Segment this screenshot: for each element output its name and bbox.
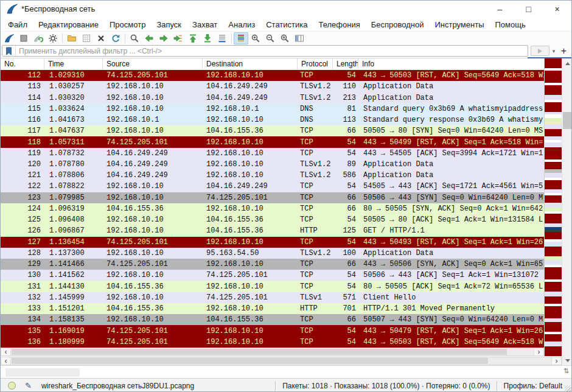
packet-row-132[interactable]: 1321.145999192.168.10.1074.125.205.101TL… (1, 292, 544, 303)
hscroll-thumb[interactable] (12, 349, 507, 355)
go-to-packet-button[interactable] (171, 32, 186, 44)
packet-row-120[interactable]: 1201.078780104.16.249.249192.168.10.10TL… (1, 159, 544, 170)
packet-cell-no: 133 (1, 304, 44, 313)
minimap-stripe (545, 346, 562, 356)
scroll-down-arrow[interactable] (562, 355, 572, 365)
menu-item-беспроводной[interactable]: Беспроводной (366, 19, 430, 30)
packet-cell-source: 104.16.155.36 (103, 205, 203, 213)
menu-item-запуск[interactable]: Запуск (151, 19, 187, 30)
resize-columns-button[interactable] (292, 32, 307, 44)
packet-row-131[interactable]: 1311.144130104.16.155.36192.168.10.10TCP… (1, 281, 544, 292)
column-header-source[interactable]: Source (103, 58, 203, 69)
filter-bookmark-button[interactable] (2, 46, 16, 56)
zoom-in-button[interactable] (248, 32, 263, 44)
horizontal-scrollbar-lower[interactable]: ‹ › (1, 357, 562, 365)
restart-capture-button[interactable] (31, 32, 46, 44)
packet-row-115[interactable]: 1151.033624192.168.10.10192.168.10.1DNS8… (1, 103, 544, 114)
packet-row-123[interactable]: 1231.079985192.168.10.1074.125.205.101TC… (1, 192, 544, 203)
vertical-scrollbar-thumb[interactable] (563, 112, 572, 129)
go-top-button[interactable] (186, 32, 200, 44)
go-bottom-button[interactable] (200, 32, 215, 44)
hscroll2-thumb[interactable] (12, 358, 488, 364)
packet-row-113[interactable]: 1131.030257192.168.10.10104.16.249.249TL… (1, 81, 544, 92)
menu-item-редактирование[interactable]: Редактирование (33, 19, 104, 30)
profile-label[interactable]: Профиль: Default (504, 382, 563, 390)
minimap-stripe (545, 95, 562, 100)
packet-row-129[interactable]: 1291.14146674.125.205.101192.168.10.10TC… (1, 259, 544, 270)
resize-grip[interactable] (565, 385, 571, 391)
menu-item-анализ[interactable]: Анализ (223, 19, 260, 30)
filter-dropdown-caret[interactable]: ▾ (549, 48, 558, 54)
packet-row-134[interactable]: 1341.158135192.168.10.10104.16.155.36TCP… (1, 314, 544, 325)
capture-comment-icon[interactable]: ✎ (25, 381, 32, 390)
horizontal-scrollbar-list[interactable]: ‹ › (1, 348, 544, 356)
close-button[interactable]: × (543, 1, 571, 18)
add-filter-button[interactable]: + (558, 46, 570, 57)
menu-item-просмотр[interactable]: Просмотр (104, 19, 151, 30)
column-header-no[interactable]: No. (1, 58, 44, 69)
menu-item-помощь[interactable]: Помощь (490, 19, 531, 30)
packet-row-136[interactable]: 1361.18099974.125.205.101192.168.10.10TC… (1, 337, 544, 348)
capture-options-button[interactable] (46, 32, 60, 44)
packet-cell-time: 1.078822 (44, 182, 103, 191)
column-header-protocol[interactable]: Protocol (298, 58, 333, 69)
column-header-time[interactable]: Time (44, 58, 103, 69)
colorize-button[interactable] (234, 32, 248, 44)
minimize-button[interactable]: – (486, 1, 514, 18)
packet-cell-time: 1.078732 (44, 149, 103, 158)
column-header-length[interactable]: Length (333, 58, 358, 69)
menu-item-захват[interactable]: Захват (187, 19, 223, 30)
column-header-destination[interactable]: Destination (203, 58, 298, 69)
apply-filter-button[interactable] (531, 46, 549, 56)
column-header-info[interactable]: Info (358, 58, 544, 69)
save-file-button[interactable] (79, 32, 94, 44)
auto-scroll-button[interactable] (215, 32, 229, 44)
packet-row-122[interactable]: 1221.078822192.168.10.10104.16.249.249TC… (1, 181, 544, 192)
menu-item-статистика[interactable]: Статистика (260, 19, 313, 30)
vertical-scrollbar[interactable] (562, 58, 572, 365)
packet-cell-info: 443 → 50503 [RST, ACK] Seq=5649 Ack=518 … (358, 338, 544, 346)
packet-row-121[interactable]: 1211.078806104.16.249.249192.168.10.10TL… (1, 170, 544, 181)
packet-cell-source: 192.168.10.10 (103, 215, 203, 224)
start-capture-button[interactable] (2, 32, 16, 44)
packet-row-130[interactable]: 1301.141562192.168.10.1074.125.205.101TC… (1, 270, 544, 281)
go-forward-button[interactable] (156, 32, 171, 44)
packet-row-125[interactable]: 1251.096408192.168.10.10104.16.155.36TCP… (1, 214, 544, 225)
close-file-button[interactable] (94, 32, 108, 44)
zoom-original-button[interactable] (277, 32, 292, 44)
collapsed-pane-handle[interactable] (5, 368, 80, 377)
hscroll-right-arrow[interactable]: › (534, 348, 543, 355)
packet-minimap-scrollbar[interactable] (544, 58, 562, 356)
packet-row-133[interactable]: 1331.151201104.16.155.36192.168.10.10HTT… (1, 303, 544, 314)
scroll-up-arrow[interactable] (562, 58, 572, 68)
packet-row-135[interactable]: 1351.16901974.125.205.101192.168.10.10TC… (1, 325, 544, 336)
hscroll2-right-arrow[interactable]: › (551, 357, 561, 365)
packet-cell-info: 80 → 50505 [SYN, ACK] Seq=0 Ack=1 Win=64… (358, 205, 544, 213)
packet-row-117[interactable]: 1171.047637192.168.10.10104.16.155.36TCP… (1, 125, 544, 136)
go-back-button[interactable] (142, 32, 156, 44)
reload-file-button[interactable] (108, 32, 123, 44)
zoom-out-button[interactable] (263, 32, 277, 44)
minimap-stripe (545, 247, 562, 256)
display-filter-input[interactable] (16, 47, 528, 55)
packet-row-119[interactable]: 1191.078732104.16.249.249192.168.10.10TC… (1, 148, 544, 159)
hscroll2-left-arrow[interactable]: ‹ (1, 357, 11, 365)
packet-row-116[interactable]: 1161.041673192.168.10.1192.168.10.10DNS1… (1, 114, 544, 125)
expert-info-icon[interactable] (8, 382, 16, 390)
packet-row-124[interactable]: 1241.096319104.16.155.36192.168.10.10TCP… (1, 203, 544, 214)
packet-row-127[interactable]: 1271.13645474.125.205.101192.168.10.10TC… (1, 237, 544, 248)
open-file-button[interactable] (65, 32, 79, 44)
stop-capture-button[interactable] (16, 32, 31, 44)
packet-row-112[interactable]: 1121.02931074.125.205.101192.168.10.10TC… (1, 70, 544, 81)
packet-cell-protocol: DNS (298, 116, 333, 124)
menu-item-файл[interactable]: Файл (2, 19, 33, 30)
packet-row-114[interactable]: 1141.030320192.168.10.10104.16.249.249TL… (1, 92, 544, 103)
packet-row-118[interactable]: 1181.05731174.125.205.101192.168.10.10TC… (1, 136, 544, 147)
hscroll-left-arrow[interactable]: ‹ (1, 348, 11, 355)
find-packet-button[interactable] (127, 32, 142, 44)
menu-item-инструменты[interactable]: Инструменты (429, 19, 489, 30)
maximize-button[interactable]: □ (514, 1, 543, 18)
packet-row-128[interactable]: 1281.137300192.168.10.1095.163.54.50TLSv… (1, 248, 544, 259)
packet-row-126[interactable]: 1261.096867192.168.10.10104.16.155.36HTT… (1, 225, 544, 236)
menu-item-телефония[interactable]: Телефония (313, 19, 365, 30)
